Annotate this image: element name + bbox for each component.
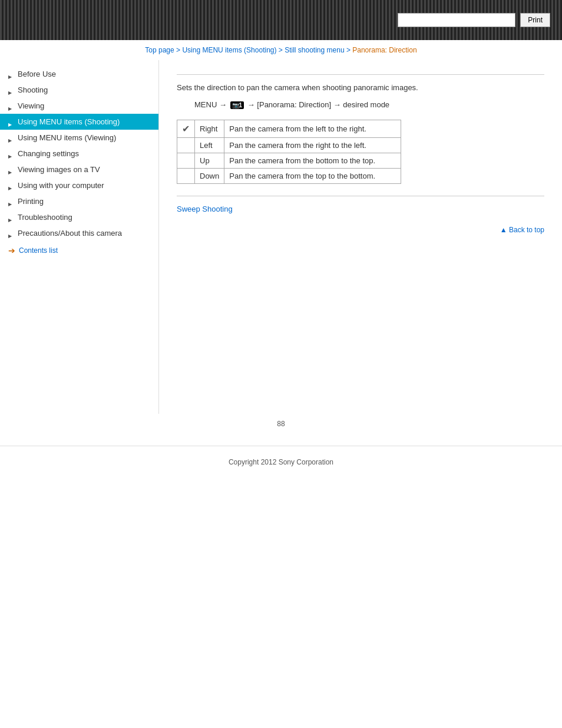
sidebar-label-viewing: Viewing (18, 101, 44, 110)
sidebar-label-changing-settings: Changing settings (18, 149, 79, 158)
arrow-icon-before-use (8, 71, 14, 77)
search-input[interactable] (398, 14, 515, 27)
copyright-text: Copyright 2012 Sony Corporation (229, 458, 333, 466)
contents-list-link[interactable]: ➔ Contents list (0, 241, 158, 258)
arrow-icon-printing (8, 199, 14, 205)
menu-text: MENU (194, 100, 217, 109)
breadcrumb-current: Panorama: Direction (352, 46, 416, 54)
arrow-icon-changing-settings (8, 151, 14, 157)
sidebar-label-precautions: Precautions/About this camera (18, 229, 122, 238)
arrow-icon-viewing-images-tv (8, 167, 14, 173)
breadcrumb-sep1: > (176, 46, 182, 54)
direction-table: ✔RightPan the camera from the left to th… (177, 120, 401, 184)
direction-cell: Left (195, 138, 224, 153)
sidebar-item-viewing[interactable]: Viewing (0, 98, 158, 114)
check-cell (177, 153, 195, 169)
back-to-top-link[interactable]: ▲ Back to top (500, 226, 544, 234)
breadcrumb-using-menu[interactable]: Using MENU items (Shooting) (182, 46, 276, 54)
arrow2: → (247, 100, 257, 109)
page-description: Sets the direction to pan the camera whe… (177, 83, 544, 92)
check-cell: ✔ (177, 120, 195, 138)
sidebar-item-precautions[interactable]: Precautions/About this camera (0, 225, 158, 241)
arrow-icon-using-computer (8, 183, 14, 189)
description-cell: Pan the camera from the left to the righ… (224, 120, 401, 138)
sidebar-item-using-menu-viewing[interactable]: Using MENU items (Viewing) (0, 130, 158, 146)
footer: Copyright 2012 Sony Corporation (0, 446, 562, 478)
arrow-icon-viewing (8, 103, 14, 109)
table-row: UpPan the camera from the bottom to the … (177, 153, 401, 169)
arrow1: → (219, 100, 229, 109)
sidebar-item-changing-settings[interactable]: Changing settings (0, 146, 158, 162)
table-row: ✔RightPan the camera from the left to th… (177, 120, 401, 138)
arrow-icon-troubleshooting (8, 215, 14, 220)
bottom-divider (177, 196, 544, 196)
sidebar-item-using-computer[interactable]: Using with your computer (0, 177, 158, 193)
table-row: DownPan the camera from the top to the b… (177, 169, 401, 184)
arrow3: → (333, 100, 343, 109)
page-number: 88 (0, 414, 562, 434)
arrow-icon-using-menu-viewing (8, 135, 14, 141)
sidebar-label-using-computer: Using with your computer (18, 181, 104, 190)
print-button[interactable]: Print (520, 13, 550, 27)
breadcrumb-sep3: > (346, 46, 352, 54)
sidebar-label-using-menu-shooting: Using MENU items (Shooting) (18, 117, 120, 126)
direction-cell: Down (195, 169, 224, 184)
arrow-icon-precautions (8, 230, 14, 236)
menu-path: MENU → 📷1 → [Panorama: Direction] → desi… (194, 100, 544, 109)
description-cell: Pan the camera from the top to the botto… (224, 169, 401, 184)
header: Print (0, 0, 562, 40)
description-cell: Pan the camera from the bottom to the to… (224, 153, 401, 169)
breadcrumb: Top page > Using MENU items (Shooting) >… (0, 40, 562, 60)
sweep-shooting-link[interactable]: Sweep Shooting (177, 205, 544, 213)
sidebar-item-troubleshooting[interactable]: Troubleshooting (0, 209, 158, 225)
arrow-icon-shooting (8, 87, 14, 93)
description-cell: Pan the camera from the right to the lef… (224, 138, 401, 153)
check-cell (177, 169, 195, 184)
desired-mode: desired mode (343, 100, 389, 109)
sidebar-label-using-menu-viewing: Using MENU items (Viewing) (18, 133, 116, 142)
sidebar-label-before-use: Before Use (18, 70, 56, 78)
contents-arrow-icon: ➔ (8, 246, 15, 255)
top-divider (177, 74, 544, 75)
sidebar-label-troubleshooting: Troubleshooting (18, 213, 72, 222)
sidebar-label-shooting: Shooting (18, 85, 48, 94)
breadcrumb-sep2: > (279, 46, 285, 54)
sidebar-item-printing[interactable]: Printing (0, 193, 158, 209)
sidebar-label-viewing-images-tv: Viewing images on a TV (18, 165, 100, 174)
camera-icon: 📷1 (230, 101, 244, 109)
sidebar-item-before-use[interactable]: Before Use (0, 66, 158, 82)
bracket-text: [Panorama: Direction] (257, 100, 331, 109)
check-cell (177, 138, 195, 153)
back-to-top: ▲ Back to top (177, 225, 544, 234)
table-row: LeftPan the camera from the right to the… (177, 138, 401, 153)
sidebar-item-viewing-images-tv[interactable]: Viewing images on a TV (0, 162, 158, 177)
layout: Before Use Shooting Viewing Using MENU i… (0, 60, 562, 414)
sidebar-label-printing: Printing (18, 197, 44, 206)
breadcrumb-top[interactable]: Top page (145, 46, 174, 54)
direction-cell: Right (195, 120, 224, 138)
contents-list-label: Contents list (19, 246, 58, 255)
breadcrumb-still-menu[interactable]: Still shooting menu (285, 46, 344, 54)
search-box[interactable] (398, 13, 515, 27)
direction-cell: Up (195, 153, 224, 169)
arrow-icon-using-menu-shooting (8, 119, 14, 125)
main-content: Sets the direction to pan the camera whe… (159, 60, 562, 414)
sidebar-item-shooting[interactable]: Shooting (0, 82, 158, 98)
sidebar-item-using-menu-shooting[interactable]: Using MENU items (Shooting) (0, 114, 158, 130)
sidebar: Before Use Shooting Viewing Using MENU i… (0, 60, 159, 414)
